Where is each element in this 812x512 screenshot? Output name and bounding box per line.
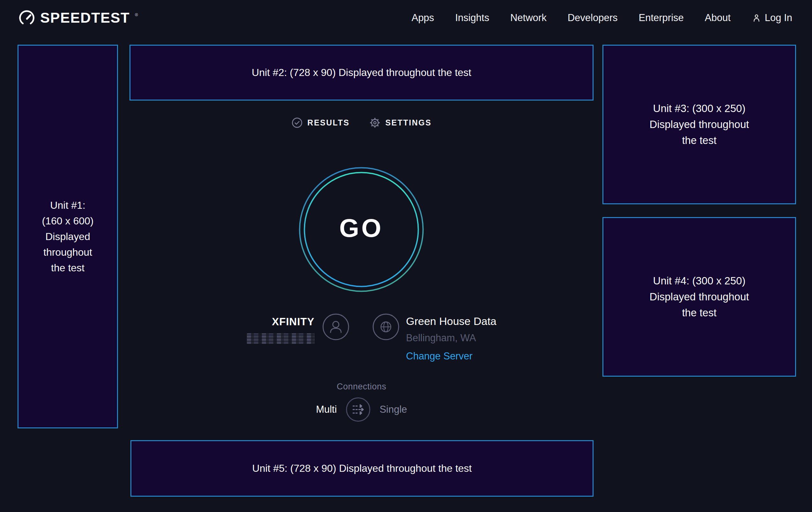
go-button[interactable]: GO [299, 167, 424, 292]
tab-settings-label: SETTINGS [385, 118, 432, 127]
ad-text: Displayed throughout [650, 116, 749, 132]
change-server-link[interactable]: Change Server [406, 350, 473, 362]
connections-single-label[interactable]: Single [379, 404, 407, 415]
gear-icon [369, 117, 380, 128]
server-block: Green House Data Bellingham, WA Change S… [372, 313, 497, 362]
logo-text: SPEEDTEST [40, 9, 130, 26]
nav-developers[interactable]: Developers [568, 12, 618, 24]
connections-toggle-row: Multi Single [129, 396, 593, 423]
ad-text: Displayed throughout [650, 289, 749, 305]
ad-text: the test [682, 132, 716, 149]
isp-user-icon [322, 313, 350, 341]
ad-text: Unit #4: (300 x 250) [653, 273, 746, 289]
multi-connections-icon[interactable] [345, 397, 371, 422]
isp-name: XFINITY [247, 316, 315, 328]
server-globe-icon [372, 313, 400, 341]
nav-network[interactable]: Network [510, 12, 547, 24]
nav-about[interactable]: About [705, 12, 731, 24]
ad-text: the test [682, 305, 716, 321]
ad-text: Unit #1: [50, 197, 85, 213]
logo-trademark: ® [135, 12, 138, 17]
connections-multi-label[interactable]: Multi [316, 404, 337, 415]
server-location: Bellingham, WA [406, 332, 497, 344]
nav-apps[interactable]: Apps [411, 12, 434, 24]
speedtest-logo[interactable]: SPEEDTEST ® [18, 9, 138, 26]
tabs-row: RESULTS SETTINGS [129, 117, 593, 128]
speedtest-gauge-icon [18, 9, 35, 26]
server-name: Green House Data [406, 315, 497, 327]
ad-text: Unit #2: (728 x 90) Displayed throughout… [252, 65, 471, 80]
ad-text: Unit #5: (728 x 90) Displayed throughout… [252, 461, 472, 476]
ad-unit-1[interactable]: Unit #1: (160 x 600) Displayed throughou… [18, 45, 118, 428]
isp-text: XFINITY [247, 316, 315, 344]
server-text: Green House Data Bellingham, WA Change S… [406, 315, 497, 362]
ad-text: (160 x 600) [42, 213, 94, 229]
user-icon [752, 13, 761, 23]
tab-settings[interactable]: SETTINGS [369, 117, 432, 128]
ad-unit-2[interactable]: Unit #2: (728 x 90) Displayed throughout… [129, 45, 593, 101]
ad-text: throughout [44, 244, 92, 260]
nav-login[interactable]: Log In [752, 12, 792, 24]
isp-block: XFINITY [247, 313, 350, 344]
ad-unit-3[interactable]: Unit #3: (300 x 250) Displayed throughou… [603, 45, 796, 204]
check-circle-icon [291, 117, 303, 128]
tab-results[interactable]: RESULTS [291, 117, 350, 128]
ad-text: the test [51, 260, 85, 276]
ad-unit-5[interactable]: Unit #5: (728 x 90) Displayed throughout… [130, 440, 593, 497]
go-label: GO [339, 214, 383, 243]
connection-info: XFINITY Green House Data Bellingham, WA … [129, 313, 593, 368]
redacted-ip-text [247, 333, 315, 344]
main-nav: Apps Insights Network Developers Enterpr… [411, 12, 792, 24]
connections-label: Connections [129, 382, 593, 392]
ad-text: Displayed [45, 229, 90, 244]
tab-results-label: RESULTS [308, 118, 350, 127]
nav-insights[interactable]: Insights [455, 12, 489, 24]
header: SPEEDTEST ® Apps Insights Network Develo… [0, 0, 812, 36]
ad-text: Unit #3: (300 x 250) [653, 101, 746, 116]
ad-unit-4[interactable]: Unit #4: (300 x 250) Displayed throughou… [603, 217, 796, 377]
speedtest-page: SPEEDTEST ® Apps Insights Network Develo… [0, 0, 812, 512]
login-label: Log In [765, 12, 792, 24]
nav-enterprise[interactable]: Enterprise [638, 12, 684, 24]
